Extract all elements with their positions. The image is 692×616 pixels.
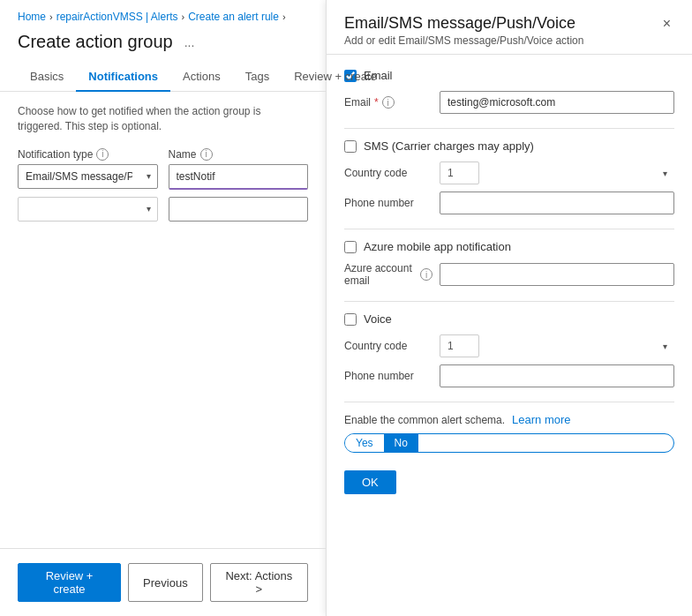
- notification-name-col: Name i: [169, 148, 309, 190]
- sms-phone-input[interactable]: [440, 192, 674, 214]
- notification-form-row-2: ▾: [18, 197, 308, 222]
- tab-tags[interactable]: Tags: [233, 63, 282, 92]
- sms-phone-row: Phone number: [344, 192, 674, 214]
- notification-form-row-1: Notification type i Email/SMS message/Pu…: [18, 148, 308, 190]
- voice-country-select-wrap: 1 ▾: [440, 334, 674, 357]
- notification-type-label: Notification type i: [18, 148, 158, 161]
- notification-type-select-2[interactable]: [18, 197, 158, 222]
- flyout-subtitle: Add or edit Email/SMS message/Push/Voice…: [344, 34, 583, 47]
- flyout-header: Email/SMS message/Push/Voice Add or edit…: [327, 0, 692, 55]
- divider-4: [344, 402, 674, 402]
- azure-mobile-section: Azure mobile app notification Azure acco…: [344, 240, 674, 287]
- email-field-label: Email * i: [344, 96, 432, 109]
- azure-account-email-row: Azure account email i: [344, 262, 674, 287]
- toggle-yes-button[interactable]: Yes: [345, 434, 384, 452]
- email-section: Email Email * i: [344, 69, 674, 114]
- toggle-no-button[interactable]: No: [384, 434, 418, 452]
- alert-schema-toggle: Yes No: [344, 433, 674, 453]
- azure-account-email-input[interactable]: [440, 263, 674, 286]
- breadcrumb-create-alert[interactable]: Create an alert rule: [188, 11, 279, 23]
- azure-mobile-checkbox[interactable]: [344, 241, 357, 253]
- left-panel: Home › repairActionVMSS | Alerts › Creat…: [0, 0, 327, 616]
- sms-checkbox-row: SMS (Carrier charges may apply): [344, 139, 674, 153]
- voice-checkbox[interactable]: [344, 313, 357, 326]
- divider-1: [344, 128, 674, 129]
- alert-schema-label: Enable the common alert schema.: [344, 414, 505, 426]
- notification-name-label: Name i: [169, 148, 309, 161]
- voice-section: Voice Country code 1 ▾ Phone number: [344, 312, 674, 387]
- notification-type-info-icon[interactable]: i: [96, 148, 109, 161]
- notification-type-col: Notification type i Email/SMS message/Pu…: [18, 148, 158, 190]
- learn-more-link[interactable]: Learn more: [512, 413, 570, 426]
- email-checkbox-row: Email: [344, 69, 674, 82]
- voice-country-chevron-icon: ▾: [663, 342, 667, 351]
- review-create-button[interactable]: Review + create: [18, 563, 121, 602]
- page-title: Create action group: [18, 32, 173, 52]
- voice-country-select[interactable]: 1: [440, 334, 479, 357]
- bottom-bar: Review + create Previous Next: Actions >: [0, 548, 326, 616]
- tabs-container: Basics Notifications Actions Tags Review…: [0, 63, 326, 92]
- notification-type-col-2: ▾: [18, 197, 158, 222]
- flyout-panel: Email/SMS message/Push/Voice Add or edit…: [327, 0, 692, 616]
- notification-type-select[interactable]: Email/SMS message/Push/Voice: [18, 164, 158, 189]
- notification-name-input[interactable]: [169, 164, 309, 190]
- divider-2: [344, 229, 674, 229]
- breadcrumb: Home › repairActionVMSS | Alerts › Creat…: [0, 0, 326, 26]
- voice-checkbox-row: Voice: [344, 312, 674, 326]
- previous-button[interactable]: Previous: [128, 563, 203, 602]
- sms-country-select-wrap: 1 ▾: [440, 162, 674, 184]
- sms-checkbox[interactable]: [344, 140, 357, 153]
- email-info-icon[interactable]: i: [382, 96, 395, 109]
- voice-phone-label: Phone number: [344, 370, 432, 382]
- email-input[interactable]: [440, 91, 674, 114]
- flyout-body: Email Email * i SMS (Carrier charges may…: [327, 55, 692, 616]
- email-required-star: *: [374, 96, 379, 109]
- ok-button[interactable]: OK: [344, 470, 396, 494]
- sms-checkbox-label[interactable]: SMS (Carrier charges may apply): [364, 139, 534, 153]
- sms-country-row: Country code 1 ▾: [344, 162, 674, 184]
- tab-actions[interactable]: Actions: [170, 63, 233, 92]
- notification-name-input-2[interactable]: [169, 197, 309, 222]
- tab-content: Choose how to get notified when the acti…: [0, 92, 326, 548]
- next-actions-button[interactable]: Next: Actions >: [210, 563, 308, 602]
- breadcrumb-home[interactable]: Home: [18, 11, 46, 23]
- notification-type-select-wrapper: Email/SMS message/Push/Voice ▾: [18, 164, 158, 189]
- sms-country-select[interactable]: 1: [440, 162, 479, 184]
- flyout-close-button[interactable]: ×: [659, 14, 674, 34]
- flyout-title: Email/SMS message/Push/Voice: [344, 14, 583, 33]
- voice-country-label: Country code: [344, 340, 432, 352]
- azure-mobile-checkbox-label[interactable]: Azure mobile app notification: [364, 240, 511, 253]
- azure-mobile-checkbox-row: Azure mobile app notification: [344, 240, 674, 253]
- notification-name-info-icon[interactable]: i: [200, 148, 213, 161]
- sms-phone-label: Phone number: [344, 197, 432, 209]
- alert-schema-row: Enable the common alert schema. Learn mo…: [344, 413, 674, 426]
- tab-description: Choose how to get notified when the acti…: [18, 104, 308, 134]
- breadcrumb-alerts[interactable]: repairActionVMSS | Alerts: [56, 11, 178, 23]
- flyout-header-text: Email/SMS message/Push/Voice Add or edit…: [344, 14, 583, 47]
- breadcrumb-chevron-3: ›: [282, 11, 286, 22]
- email-field-row: Email * i: [344, 91, 674, 114]
- tab-basics[interactable]: Basics: [18, 63, 76, 92]
- divider-3: [344, 301, 674, 302]
- notification-name-col-2: [169, 197, 309, 222]
- sms-country-label: Country code: [344, 167, 432, 179]
- breadcrumb-chevron-1: ›: [49, 11, 53, 22]
- notification-type-select-wrapper-2: ▾: [18, 197, 158, 222]
- tab-review-create[interactable]: Review + create: [282, 63, 389, 92]
- sms-section: SMS (Carrier charges may apply) Country …: [344, 139, 674, 214]
- azure-account-email-info-icon[interactable]: i: [420, 268, 432, 281]
- azure-account-email-label: Azure account email i: [344, 262, 432, 287]
- voice-phone-input[interactable]: [440, 364, 674, 387]
- tab-notifications[interactable]: Notifications: [76, 63, 170, 92]
- voice-country-row: Country code 1 ▾: [344, 334, 674, 357]
- page-title-row: Create action group ...: [0, 26, 326, 63]
- voice-phone-row: Phone number: [344, 364, 674, 387]
- sms-country-chevron-icon: ▾: [663, 169, 667, 178]
- ellipsis-button[interactable]: ...: [180, 33, 199, 52]
- breadcrumb-chevron-2: ›: [182, 11, 185, 22]
- voice-checkbox-label[interactable]: Voice: [364, 312, 392, 326]
